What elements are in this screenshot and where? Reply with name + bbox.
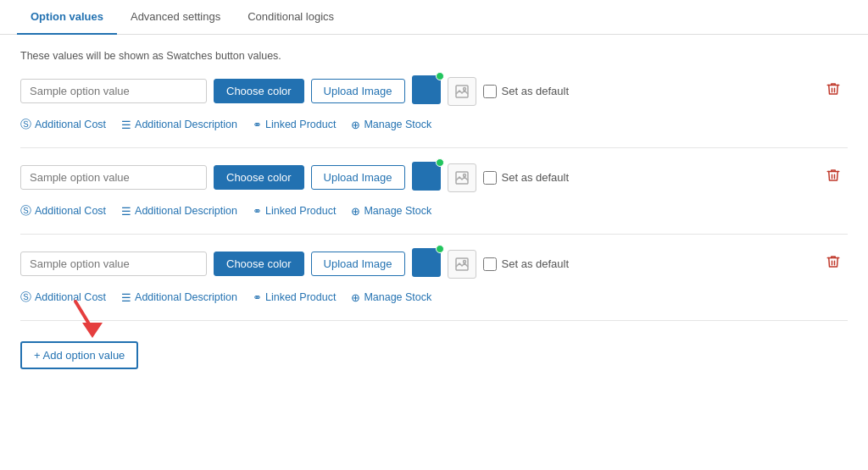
green-dot-2 <box>436 158 444 167</box>
option-row-1-top: Choose color Upload Image Set as default <box>20 75 848 107</box>
doc-icon-2: ☰ <box>121 205 131 218</box>
color-swatch-1[interactable] <box>412 75 441 104</box>
additional-cost-label-3: Additional Cost <box>35 291 106 303</box>
doc-icon-3: ☰ <box>121 291 131 304</box>
choose-color-button-1[interactable]: Choose color <box>214 79 304 103</box>
tab-option-values[interactable]: Option values <box>17 0 117 35</box>
svg-point-1 <box>463 87 465 90</box>
linked-product-label-3: Linked Product <box>265 291 336 303</box>
set-default-label-1: Set as default <box>502 85 570 97</box>
add-option-area: + Add option value <box>20 335 138 369</box>
set-default-label-2: Set as default <box>502 171 570 184</box>
upload-image-button-3[interactable]: Upload Image <box>311 252 405 276</box>
set-default-checkbox-1[interactable] <box>483 85 497 98</box>
svg-point-5 <box>463 260 465 263</box>
additional-cost-link-1[interactable]: Ⓢ Additional Cost <box>20 117 106 132</box>
manage-stock-link-2[interactable]: ⊕ Manage Stock <box>351 203 431 218</box>
image-placeholder-1[interactable] <box>448 77 476 106</box>
option-value-input-2[interactable] <box>20 165 207 190</box>
set-default-area-3: Set as default <box>483 257 570 271</box>
image-placeholder-2[interactable] <box>448 163 476 192</box>
set-default-label-3: Set as default <box>502 257 570 270</box>
main-container: Option values Advanced settings Conditio… <box>0 0 868 470</box>
delete-button-2[interactable] <box>819 164 848 191</box>
choose-color-button-3[interactable]: Choose color <box>214 252 304 276</box>
image-placeholder-3[interactable] <box>448 250 476 279</box>
option-row-2: Choose color Upload Image Set as default <box>20 162 848 229</box>
upload-image-button-1[interactable]: Upload Image <box>311 79 405 103</box>
delete-button-3[interactable] <box>819 251 848 277</box>
set-default-area-2: Set as default <box>483 171 570 185</box>
image-icon-1 <box>455 85 469 98</box>
color-swatch-2[interactable] <box>412 162 441 191</box>
doc-icon-1: ☰ <box>121 119 131 131</box>
dollar-icon-3: Ⓢ <box>20 290 31 305</box>
option-links-1: Ⓢ Additional Cost ☰ Additional Descripti… <box>20 113 848 142</box>
upload-image-button-2[interactable]: Upload Image <box>311 165 405 190</box>
add-option-button[interactable]: + Add option value <box>20 341 138 369</box>
linked-product-link-2[interactable]: ⚭ Linked Product <box>253 203 336 218</box>
delete-button-1[interactable] <box>819 78 848 104</box>
additional-cost-link-3[interactable]: Ⓢ Additional Cost <box>20 290 106 305</box>
set-default-area-1: Set as default <box>483 85 570 98</box>
svg-marker-7 <box>82 323 103 338</box>
tab-conditional-logics[interactable]: Conditional logics <box>234 0 348 35</box>
description-text: These values will be shown as Swatches b… <box>20 50 848 62</box>
additional-cost-label-1: Additional Cost <box>35 119 106 130</box>
manage-stock-label-3: Manage Stock <box>364 291 431 303</box>
content-area: These values will be shown as Swatches b… <box>0 35 868 384</box>
additional-description-link-1[interactable]: ☰ Additional Description <box>121 117 237 132</box>
divider-2 <box>20 234 848 235</box>
divider-3 <box>20 320 848 321</box>
linked-product-label-1: Linked Product <box>265 119 336 130</box>
link-icon-2: ⚭ <box>253 205 262 218</box>
linked-product-label-2: Linked Product <box>265 205 336 217</box>
divider-1 <box>20 147 848 148</box>
additional-description-label-3: Additional Description <box>135 291 237 303</box>
tab-bar: Option values Advanced settings Conditio… <box>0 0 868 35</box>
color-preview-wrap-2[interactable] <box>412 162 441 193</box>
link-icon-3: ⚭ <box>253 291 262 304</box>
option-row-2-top: Choose color Upload Image Set as default <box>20 162 848 193</box>
manage-stock-link-1[interactable]: ⊕ Manage Stock <box>351 117 431 132</box>
color-preview-wrap-3[interactable] <box>412 248 441 279</box>
manage-stock-label-2: Manage Stock <box>364 205 431 217</box>
additional-cost-label-2: Additional Cost <box>35 205 106 217</box>
trash-icon-2 <box>826 168 841 183</box>
manage-stock-link-3[interactable]: ⊕ Manage Stock <box>351 290 431 305</box>
trash-icon-3 <box>826 254 841 269</box>
bag-icon-1: ⊕ <box>351 119 360 131</box>
set-default-checkbox-3[interactable] <box>483 257 497 271</box>
link-icon-1: ⚭ <box>253 119 262 131</box>
dollar-icon-1: Ⓢ <box>20 117 31 132</box>
option-links-3: Ⓢ Additional Cost ☰ Additional Descripti… <box>20 286 848 315</box>
bag-icon-3: ⊕ <box>351 291 360 304</box>
green-dot-3 <box>436 245 444 253</box>
manage-stock-label-1: Manage Stock <box>364 119 431 130</box>
linked-product-link-3[interactable]: ⚭ Linked Product <box>253 290 336 305</box>
option-row-1: Choose color Upload Image Set as default <box>20 75 848 142</box>
additional-description-link-3[interactable]: ☰ Additional Description <box>121 290 237 305</box>
image-icon-2 <box>455 171 469 185</box>
additional-description-link-2[interactable]: ☰ Additional Description <box>121 203 237 218</box>
dollar-icon-2: Ⓢ <box>20 203 31 218</box>
option-row-3: Choose color Upload Image Set as default <box>20 248 848 315</box>
image-icon-3 <box>455 257 469 271</box>
linked-product-link-1[interactable]: ⚭ Linked Product <box>253 117 336 132</box>
choose-color-button-2[interactable]: Choose color <box>214 165 304 190</box>
option-value-input-1[interactable] <box>20 79 207 103</box>
green-dot-1 <box>436 72 444 80</box>
additional-description-label-1: Additional Description <box>135 119 237 130</box>
svg-point-3 <box>463 174 465 176</box>
set-default-checkbox-2[interactable] <box>483 171 497 185</box>
additional-description-label-2: Additional Description <box>135 205 237 217</box>
option-row-3-top: Choose color Upload Image Set as default <box>20 248 848 279</box>
option-links-2: Ⓢ Additional Cost ☰ Additional Descripti… <box>20 200 848 229</box>
option-value-input-3[interactable] <box>20 252 207 276</box>
additional-cost-link-2[interactable]: Ⓢ Additional Cost <box>20 203 106 218</box>
tab-advanced-settings[interactable]: Advanced settings <box>117 0 234 35</box>
bag-icon-2: ⊕ <box>351 205 360 218</box>
color-preview-wrap-1[interactable] <box>412 75 441 107</box>
trash-icon-1 <box>826 81 841 97</box>
color-swatch-3[interactable] <box>412 248 441 277</box>
